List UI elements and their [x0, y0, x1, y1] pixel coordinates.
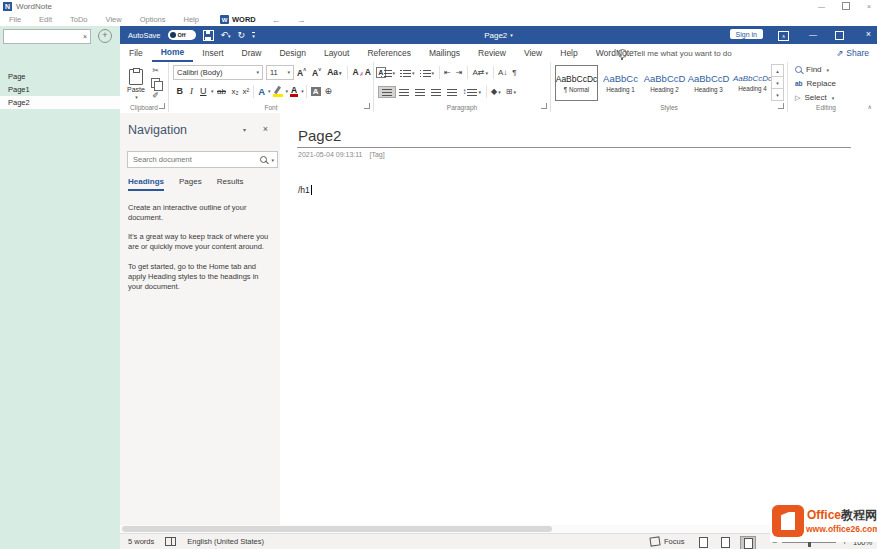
font-size-select[interactable]: 11 ▾: [266, 65, 294, 80]
select-button[interactable]: ▷ Select ▾: [788, 91, 864, 104]
grow-font-button[interactable]: A˄: [294, 67, 309, 78]
document-title[interactable]: Page2: [298, 127, 341, 144]
tab-file[interactable]: File: [120, 44, 152, 62]
chevron-down-icon[interactable]: ▾: [271, 157, 274, 163]
page-list-item[interactable]: Page1: [0, 83, 120, 96]
document-canvas[interactable]: Page2 2021-05-04 09:13:11 [Tag] /h1: [280, 113, 877, 525]
style-heading4[interactable]: AaBbCcDc Heading 4: [731, 65, 774, 101]
nav-tab-pages[interactable]: Pages: [179, 177, 202, 191]
style-normal[interactable]: AaBbCcDc ¶ Normal: [555, 65, 598, 101]
app-maximize-button[interactable]: [842, 2, 850, 11]
increase-indent-button[interactable]: ⇥: [453, 68, 465, 77]
justify-button[interactable]: [428, 88, 444, 96]
borders-button[interactable]: ⊞▾: [503, 87, 518, 96]
font-dialog-launcher[interactable]: [364, 103, 370, 109]
ribbon-display-options-button[interactable]: ∧: [778, 31, 789, 41]
menu-help[interactable]: Help: [175, 15, 208, 24]
change-case-button[interactable]: Aa▾: [324, 67, 344, 77]
cut-button[interactable]: ✂: [152, 66, 159, 75]
word-maximize-button[interactable]: [835, 31, 844, 40]
navigation-close-button[interactable]: ×: [263, 124, 268, 134]
superscript-button[interactable]: x²: [241, 87, 252, 96]
word-minimize-button[interactable]: —: [809, 30, 817, 39]
nav-tab-results[interactable]: Results: [217, 177, 244, 191]
app-minimize-button[interactable]: —: [818, 3, 825, 10]
word-close-button[interactable]: ×: [866, 29, 871, 39]
nav-tab-headings[interactable]: Headings: [128, 177, 164, 191]
strikethrough-button[interactable]: ab: [214, 87, 230, 96]
tab-review[interactable]: Review: [469, 44, 515, 62]
menu-options[interactable]: Options: [131, 15, 175, 24]
align-right-button[interactable]: [412, 88, 428, 96]
menu-file[interactable]: File: [0, 15, 30, 24]
italic-button[interactable]: I: [187, 86, 197, 96]
back-arrow-button[interactable]: ←: [272, 15, 281, 25]
sort-button[interactable]: A↓: [496, 68, 510, 77]
shrink-font-button[interactable]: A˅: [309, 67, 324, 78]
font-color-button[interactable]: A: [290, 86, 298, 97]
clear-formatting-button[interactable]: A✗: [350, 67, 362, 77]
document-search-input[interactable]: [131, 154, 260, 165]
tab-draw[interactable]: Draw: [233, 44, 271, 62]
paste-button[interactable]: Paste ▾: [124, 65, 148, 104]
tab-help[interactable]: Help: [551, 44, 586, 62]
align-left-button[interactable]: [378, 86, 396, 98]
line-spacing-button[interactable]: ↕▾: [460, 87, 484, 96]
clipboard-dialog-launcher[interactable]: [159, 103, 165, 109]
asian-layout-button[interactable]: A⇄▾: [470, 68, 491, 77]
tab-mailings[interactable]: Mailings: [420, 44, 469, 62]
bullets-button[interactable]: ▾: [378, 69, 398, 77]
share-button[interactable]: ⇗ Share: [836, 44, 869, 62]
app-close-button[interactable]: ×: [867, 3, 871, 10]
shading-button[interactable]: ◆▾: [489, 87, 504, 96]
phonetic-guide-button[interactable]: A: [362, 67, 374, 77]
tab-view[interactable]: View: [515, 44, 551, 62]
multilevel-list-button[interactable]: ▾: [417, 69, 437, 77]
sign-in-button[interactable]: Sign in: [730, 29, 763, 39]
web-layout-button[interactable]: [740, 536, 756, 549]
focus-button[interactable]: Focus: [650, 534, 684, 549]
bold-button[interactable]: B: [173, 86, 187, 96]
style-heading3[interactable]: AaBbCcD Heading 3: [687, 65, 730, 101]
print-layout-button[interactable]: [718, 536, 732, 548]
find-button[interactable]: Find ▾: [788, 63, 864, 76]
font-name-select[interactable]: Calibri (Body) ▾: [173, 65, 263, 80]
document-body-text[interactable]: /h1: [298, 185, 312, 195]
collapse-ribbon-button[interactable]: ∧: [868, 103, 872, 110]
forward-arrow-button[interactable]: →: [297, 15, 306, 25]
underline-button[interactable]: U: [197, 86, 211, 96]
language-status[interactable]: English (United States): [187, 537, 264, 546]
add-page-button[interactable]: +: [98, 29, 112, 43]
enclose-characters-button[interactable]: ⊕: [325, 86, 333, 96]
distribute-button[interactable]: [444, 88, 460, 96]
clear-search-icon[interactable]: ×: [83, 33, 90, 40]
tab-design[interactable]: Design: [270, 44, 314, 62]
paragraph-dialog-launcher[interactable]: [541, 103, 547, 109]
character-shading-button[interactable]: A: [311, 87, 321, 96]
format-painter-button[interactable]: ✐: [152, 91, 159, 100]
decrease-indent-button[interactable]: ⇤: [442, 68, 454, 77]
page-list-item[interactable]: Page: [0, 70, 120, 83]
tell-me-box[interactable]: Tell me what you want to do: [618, 44, 732, 62]
copy-button[interactable]: [151, 78, 160, 88]
subscript-button[interactable]: x₂: [229, 87, 240, 96]
text-effects-button[interactable]: A: [256, 86, 267, 97]
menu-edit[interactable]: Edit: [30, 15, 61, 24]
page-list-item-active[interactable]: Page2: [0, 96, 120, 109]
tab-insert[interactable]: Insert: [193, 44, 232, 62]
sidebar-search-input[interactable]: [4, 32, 83, 42]
navigation-options-button[interactable]: ▾: [243, 126, 246, 133]
align-center-button[interactable]: [396, 88, 412, 96]
menu-todo[interactable]: ToDo: [61, 15, 97, 24]
numbering-button[interactable]: ▾: [398, 69, 418, 77]
style-heading2[interactable]: AaBbCcD Heading 2: [643, 65, 686, 101]
replace-button[interactable]: ab Replace: [788, 77, 864, 90]
tab-references[interactable]: References: [358, 44, 419, 62]
scrollbar-thumb[interactable]: [122, 526, 552, 532]
search-icon[interactable]: [260, 156, 267, 163]
word-toggle-button[interactable]: W WORD: [220, 15, 256, 24]
show-paragraph-marks-button[interactable]: ¶: [510, 68, 519, 77]
tab-layout[interactable]: Layout: [315, 44, 359, 62]
styles-dialog-launcher[interactable]: [778, 103, 784, 109]
word-count[interactable]: 5 words: [128, 537, 154, 546]
